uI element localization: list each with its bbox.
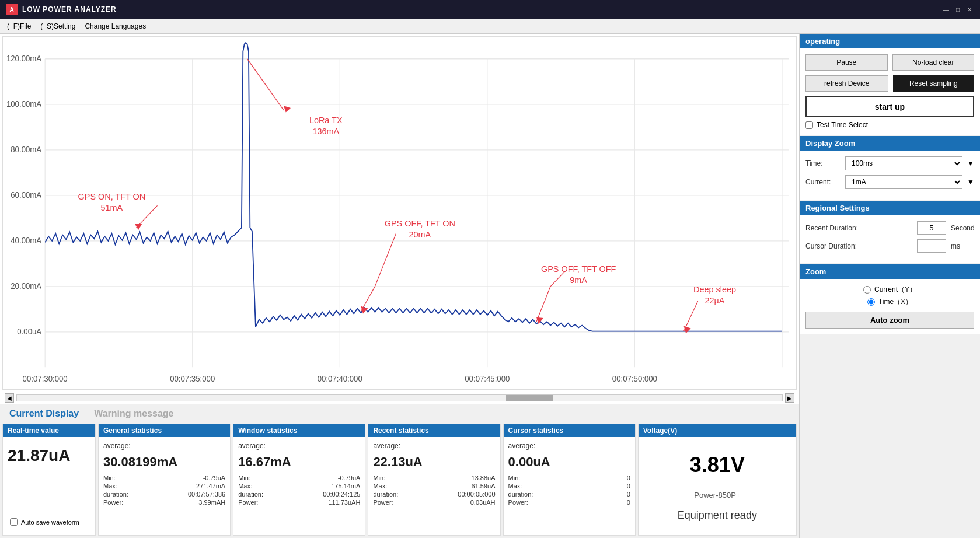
general-stats-body: average: 30.08199mA Min: -0.79uA Max: 27… — [99, 437, 230, 512]
cursor-duration-input[interactable] — [917, 239, 946, 253]
svg-text:51mA: 51mA — [101, 203, 123, 212]
cursor-power-label: Power: — [508, 499, 528, 506]
operating-section: operating Pause No-load clear refresh De… — [800, 34, 980, 135]
zoom-current-item: Current（Y） — [805, 285, 974, 295]
cursor-stats-body: average: 0.00uA Min: 0 Max: 0 duration: — [504, 437, 635, 512]
zoom-time-radio[interactable] — [867, 298, 875, 306]
pause-button[interactable]: Pause — [805, 54, 888, 71]
menu-language[interactable]: Change Languages — [80, 21, 151, 32]
recent-max-label: Max: — [373, 483, 387, 490]
current-zoom-row: Current: 1mA 1uA 10uA 100uA 10mA 100mA 1… — [805, 175, 974, 189]
noload-clear-button[interactable]: No-load clear — [892, 54, 975, 71]
recent-max-value: 61.59uA — [472, 483, 496, 490]
svg-text:0.00uA: 0.00uA — [17, 327, 41, 336]
voltage-header: Voltage(V) — [639, 424, 796, 437]
recent-min-label: Min: — [373, 474, 385, 481]
scroll-right-button[interactable]: ▶ — [785, 393, 794, 403]
regional-section: Regional Settings Recent Duration: Secon… — [800, 201, 980, 263]
recent-duration-row: Recent Duration: Second — [805, 221, 974, 235]
cursor-avg-label: average: — [508, 442, 630, 450]
general-avg-label: average: — [103, 442, 225, 450]
general-max-row: Max: 271.47mA — [103, 483, 225, 490]
svg-text:00:07:40:000: 00:07:40:000 — [318, 375, 362, 383]
general-duration-row: duration: 00:07:57:386 — [103, 491, 225, 498]
cursor-max-value: 0 — [627, 483, 630, 490]
test-time-row: Test Time Select — [805, 121, 974, 129]
svg-text:00:07:45:000: 00:07:45:000 — [465, 375, 510, 383]
minimize-button[interactable]: — — [941, 5, 951, 14]
autosave-row: Auto save waveform — [8, 517, 90, 527]
window-min-row: Min: -0.79uA — [238, 474, 360, 481]
general-avg-value: 30.08199mA — [103, 455, 225, 470]
svg-text:GPS OFF, TFT ON: GPS OFF, TFT ON — [385, 218, 455, 228]
waveform-chart: 120.00mA 100.00mA 80.00mA 60.00mA 40.00m… — [3, 37, 796, 389]
recent-min-row: Min: 13.88uA — [373, 474, 495, 481]
recent-duration-value: 00:00:05:000 — [458, 491, 495, 498]
refresh-device-button[interactable]: refresh Device — [805, 75, 888, 92]
general-max-value: 271.47mA — [196, 483, 225, 490]
current-zoom-label: Current: — [805, 178, 841, 186]
recent-duration-label: duration: — [373, 491, 398, 498]
cursor-power-value: 0 — [627, 499, 630, 506]
startup-button[interactable]: start up — [805, 96, 974, 117]
cursor-stats-header: Cursor statistics — [504, 424, 635, 437]
svg-text:00:07:50:000: 00:07:50:000 — [612, 375, 657, 383]
autosave-label: Auto save waveform — [21, 519, 79, 526]
window-stats-header: Window statistics — [233, 424, 365, 437]
recent-duration-input[interactable] — [917, 221, 946, 235]
time-zoom-label: Time: — [805, 159, 841, 167]
svg-text:00:07:35:000: 00:07:35:000 — [170, 375, 215, 383]
operating-content: Pause No-load clear refresh Device Reset… — [800, 48, 980, 135]
tab-current-display[interactable]: Current Display — [2, 406, 86, 421]
main-layout: 120.00mA 100.00mA 80.00mA 60.00mA 40.00m… — [0, 34, 980, 538]
window-avg-label: average: — [238, 442, 360, 450]
general-power-value: 3.99mAH — [198, 499, 225, 506]
display-zoom-section: Display Zoom Time: 100ms 1ms 5ms 10ms 50… — [800, 136, 980, 200]
reset-sampling-button[interactable]: Reset sampling — [893, 75, 975, 92]
svg-text:LoRa TX: LoRa TX — [309, 116, 343, 125]
chevron-down-icon: ▼ — [967, 159, 974, 167]
recent-duration-label: Recent Duration: — [805, 224, 912, 232]
general-min-value: -0.79uA — [203, 474, 226, 481]
zoom-header: Zoom — [800, 264, 980, 279]
chart-area: 120.00mA 100.00mA 80.00mA 60.00mA 40.00m… — [0, 34, 799, 538]
window-duration-value: 00:00:24:125 — [323, 491, 360, 498]
scroll-thumb[interactable] — [506, 395, 553, 401]
zoom-current-radio[interactable] — [863, 286, 871, 294]
window-max-row: Max: 175.14mA — [238, 483, 360, 490]
time-zoom-row: Time: 100ms 1ms 5ms 10ms 50ms 500ms 1s 5… — [805, 156, 974, 170]
window-power-value: 111.73uAH — [328, 499, 360, 506]
auto-zoom-button[interactable]: Auto zoom — [805, 312, 974, 329]
autosave-checkbox[interactable] — [10, 518, 18, 526]
svg-text:00:07:30:000: 00:07:30:000 — [23, 375, 68, 383]
recent-min-value: 13.88uA — [472, 474, 496, 481]
scroll-left-button[interactable]: ◀ — [5, 393, 14, 403]
recent-avg-value: 22.13uA — [373, 455, 495, 470]
current-zoom-select[interactable]: 1mA 1uA 10uA 100uA 10mA 100mA 1A — [845, 175, 962, 189]
menu-file[interactable]: (_F)File — [2, 21, 36, 32]
scroll-track[interactable] — [16, 394, 783, 401]
recent-avg-label: average: — [373, 442, 495, 450]
cursor-min-label: Min: — [508, 474, 521, 481]
close-button[interactable]: ✕ — [965, 5, 974, 14]
svg-text:80.00mA: 80.00mA — [11, 145, 41, 153]
op-top-row: Pause No-load clear — [805, 54, 974, 71]
window-power-label: Power: — [238, 499, 258, 506]
test-time-checkbox[interactable] — [805, 121, 813, 129]
maximize-button[interactable]: □ — [953, 5, 962, 14]
menu-setting[interactable]: (_S)Setting — [36, 21, 80, 32]
app-logo: A — [6, 4, 18, 15]
zoom-section: Zoom Current（Y） Time（X） Auto zoom — [800, 264, 980, 334]
svg-text:20.00mA: 20.00mA — [11, 281, 41, 290]
window-min-value: -0.79uA — [338, 474, 361, 481]
realtime-card: Real-time value 21.87uA Auto save wavefo… — [2, 424, 96, 536]
time-zoom-select[interactable]: 100ms 1ms 5ms 10ms 50ms 500ms 1s 5s — [845, 156, 962, 170]
realtime-value: 21.87uA — [8, 446, 90, 465]
titlebar: A LOW POWER ANALYZER — □ ✕ — [0, 0, 980, 19]
cursor-duration-row: Cursor Duration: ms — [805, 239, 974, 253]
recent-max-row: Max: 61.59uA — [373, 483, 495, 490]
regional-header: Regional Settings — [800, 201, 980, 215]
zoom-current-label: Current（Y） — [874, 285, 916, 295]
cursor-duration-row: duration: 0 — [508, 491, 630, 498]
tab-warning-message[interactable]: Warning message — [87, 406, 180, 421]
